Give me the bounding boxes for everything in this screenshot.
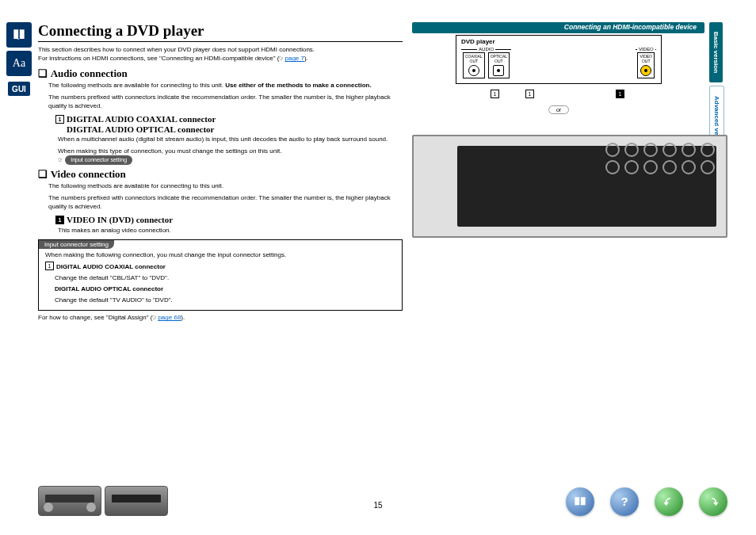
video-label: VIDEO [639, 47, 654, 52]
audio-p2: The numbers prefixed with connectors ind… [48, 94, 403, 111]
audio-label: AUDIO [479, 47, 494, 52]
prev-page-button[interactable] [655, 487, 683, 516]
help-button[interactable]: ? [610, 487, 639, 516]
settings-line1: 1DIGITAL AUDIO COAXIAL connector [45, 262, 395, 272]
or-badge: or [548, 105, 569, 114]
page-title: Connecting a DVD player [38, 22, 403, 42]
dvd-player-box: DVD player AUDIO COAXIALOUT OPTICALOUT V… [456, 35, 662, 84]
main-content: Connecting a DVD player This section des… [38, 22, 403, 321]
pill-input-connector: Input connector setting [65, 155, 132, 164]
audio-p1: The following methods are available for … [48, 82, 403, 90]
number-box-filled-1: 1 [55, 216, 64, 224]
connection-diagram: DVD player AUDIO COAXIALOUT OPTICALOUT V… [412, 35, 705, 304]
footer: 15 ? [0, 480, 756, 516]
glossary-icon[interactable]: Aa [6, 51, 32, 76]
svg-text:?: ? [620, 495, 628, 508]
gui-icon[interactable]: GUI [7, 81, 31, 97]
header-title: Connecting an HDMI-incompatible device [564, 23, 697, 31]
left-icon-rail: Aa GUI [6, 22, 32, 101]
video-sub-p1: This makes an analog video connection. [58, 227, 403, 235]
header-banner: Connecting an HDMI-incompatible device [412, 22, 704, 33]
heading-audio: Audio connection [38, 67, 403, 80]
heading-video: Video connection [38, 168, 403, 181]
tab-basic-version[interactable]: Basic version [709, 22, 723, 82]
settings-line2b: Change the default "TV AUDIO" to "DVD". [55, 296, 395, 305]
contents-button[interactable] [566, 487, 594, 516]
receiver-back-panel [412, 135, 727, 238]
number-box-1: 1 [55, 115, 64, 124]
audio-sub-p1: When a multichannel audio (digital bit s… [58, 136, 403, 144]
subhead-digital-audio: 1DIGITAL AUDIO COAXIAL connector DIGITAL… [55, 114, 403, 134]
link-page68[interactable]: page 68 [158, 314, 181, 321]
audio-sub-p2: When making this type of connection, you… [58, 147, 403, 166]
intro-text: This section describes how to connect wh… [38, 45, 403, 63]
settings-footer: For how to change, see "Digital Assign" … [38, 314, 403, 321]
video-p1: The following methods are available for … [48, 182, 403, 191]
diagram-numbers: 1 1 1 [412, 90, 705, 99]
port-video-out: VIDEOOUT [637, 52, 655, 78]
book-icon[interactable] [6, 22, 32, 48]
dvd-title: DVD player [461, 38, 656, 45]
settings-p1: When making the following connection, yo… [45, 251, 395, 260]
subhead-video-in: 1VIDEO IN (DVD) connector [55, 215, 403, 225]
settings-box: Input connector setting When making the … [38, 239, 403, 311]
port-optical-out: OPTICALOUT [488, 52, 510, 78]
link-page7[interactable]: page 7 [284, 55, 304, 62]
video-p2: The numbers prefixed with connectors ind… [48, 194, 403, 212]
settings-line1b: Change the default "CBL/SAT" to "DVD". [55, 274, 395, 283]
settings-line2: DIGITAL AUDIO OPTICAL connector [55, 285, 395, 294]
port-coaxial-out: COAXIALOUT [463, 52, 485, 78]
next-page-button[interactable] [699, 487, 727, 516]
settings-header: Input connector setting [39, 240, 114, 249]
